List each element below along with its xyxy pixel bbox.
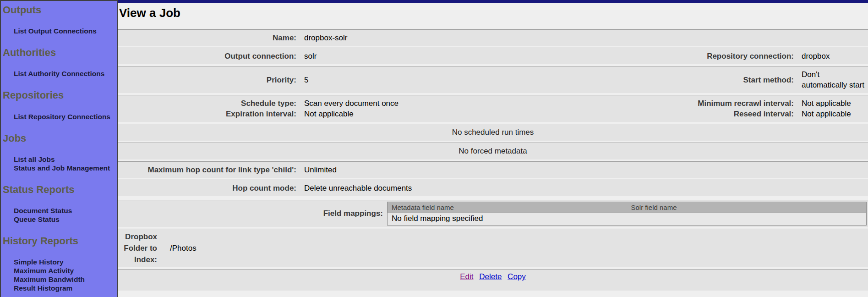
hop-count-value: Unlimited: [296, 165, 525, 175]
name-value: dropbox-solr: [296, 33, 525, 43]
min-recrawl-label: Minimum recrawl interval:: [525, 98, 794, 109]
dropbox-folder-label: Dropbox Folder to Index:: [118, 231, 157, 265]
nav-section-status-reports: Status Reports Document Status Queue Sta…: [1, 184, 117, 224]
priority-label: Priority:: [118, 75, 296, 85]
name-label: Name:: [118, 33, 296, 43]
min-recrawl-value: Not applicable: [802, 98, 866, 109]
row-name: Name: dropbox-solr: [118, 29, 868, 46]
sidebar-item-document-status[interactable]: Document Status: [14, 206, 117, 215]
nav-header-outputs: Outputs: [3, 5, 117, 16]
field-mappings-table: Metadata field name Solr field name No f…: [387, 202, 867, 226]
no-schedule-message: No scheduled run times: [118, 127, 868, 138]
sidebar-item-list-output-connections[interactable]: List Output Connections: [14, 27, 117, 35]
schedule-type-value: Scan every document once: [304, 98, 525, 109]
output-connection-label: Output connection:: [118, 51, 296, 61]
row-no-forced-metadata: No forced metadata: [118, 143, 868, 160]
sidebar-item-list-repository-connections[interactable]: List Repository Connections: [14, 112, 117, 121]
copy-link[interactable]: Copy: [508, 272, 526, 281]
row-schedule: Schedule type: Expiration interval: Scan…: [118, 95, 868, 122]
nav-header-history-reports: History Reports: [3, 236, 117, 247]
page-title: View a Job: [119, 6, 868, 20]
no-forced-metadata-message: No forced metadata: [118, 146, 868, 157]
sidebar-item-result-histogram[interactable]: Result Histogram: [14, 284, 117, 292]
schedule-labels: Schedule type: Expiration interval:: [118, 98, 296, 119]
reseed-interval-label: Reseed interval:: [525, 109, 794, 119]
sidebar-item-status-and-job-management[interactable]: Status and Job Management: [14, 164, 117, 172]
solr-field-name-header: Solr field name: [627, 202, 867, 213]
main-content: View a Job Name: dropbox-solr Output con…: [118, 3, 868, 297]
sidebar-item-maximum-activity[interactable]: Maximum Activity: [14, 266, 117, 275]
row-hop-mode: Hop count mode: Delete unreachable docum…: [118, 180, 868, 196]
repository-connection-label: Repository connection:: [525, 51, 794, 61]
top-accent-bar: [118, 0, 868, 3]
job-view-table: Name: dropbox-solr Output connection: so…: [118, 29, 868, 291]
edit-link[interactable]: Edit: [460, 272, 473, 281]
row-connections: Output connection: solr Repository conne…: [118, 48, 868, 64]
start-method-value: Don't automatically start: [794, 69, 868, 90]
sidebar-item-maximum-bandwidth[interactable]: Maximum Bandwidth: [14, 275, 117, 284]
hop-mode-value: Delete unreachable documents: [296, 183, 525, 193]
hop-mode-label: Hop count mode:: [118, 183, 296, 193]
expiration-interval-label: Expiration interval:: [118, 109, 296, 119]
sidebar-item-simple-history[interactable]: Simple History: [14, 258, 117, 266]
repository-connection-value: dropbox: [794, 51, 868, 61]
field-mappings-header: Metadata field name Solr field name: [388, 202, 866, 213]
dropbox-folder-value: /Photos: [157, 244, 197, 253]
nav-header-status-reports: Status Reports: [3, 184, 117, 195]
row-priority: Priority: 5 Start method: Don't automati…: [118, 66, 868, 93]
reseed-interval-value: Not applicable: [802, 109, 866, 119]
row-dropbox-folder: Dropbox Folder to Index: /Photos: [118, 229, 868, 267]
row-actions: Edit Delete Copy: [118, 269, 868, 291]
expiration-interval-value: Not applicable: [304, 109, 525, 119]
no-field-mapping-message: No field mapping specified: [388, 213, 866, 225]
nav-section-jobs: Jobs List all Jobs Status and Job Manage…: [1, 133, 117, 172]
hop-count-label: Maximum hop count for link type 'child':: [118, 165, 296, 175]
recrawl-values: Not applicable Not applicable: [794, 98, 868, 119]
nav-section-repositories: Repositories List Repository Connections: [1, 90, 117, 121]
nav-header-repositories: Repositories: [3, 90, 117, 101]
row-no-schedule: No scheduled run times: [118, 124, 868, 141]
nav-header-authorities: Authorities: [3, 47, 117, 58]
sidebar-item-queue-status[interactable]: Queue Status: [14, 215, 117, 224]
field-mappings-label: Field mappings:: [118, 209, 387, 218]
priority-value: 5: [296, 75, 525, 85]
schedule-type-label: Schedule type:: [118, 98, 296, 109]
sidebar-item-list-all-jobs[interactable]: List all Jobs: [14, 155, 117, 164]
nav-section-outputs: Outputs List Output Connections: [1, 5, 117, 35]
sidebar-item-list-authority-connections[interactable]: List Authority Connections: [14, 69, 117, 78]
navigation-sidebar: Outputs List Output Connections Authorit…: [0, 0, 118, 297]
nav-section-authorities: Authorities List Authority Connections: [1, 47, 117, 78]
nav-section-history-reports: History Reports Simple History Maximum A…: [1, 236, 117, 292]
recrawl-labels: Minimum recrawl interval: Reseed interva…: [525, 98, 794, 119]
output-connection-value: solr: [296, 51, 525, 61]
metadata-field-name-header: Metadata field name: [388, 202, 627, 213]
start-method-label: Start method:: [525, 75, 794, 85]
row-hop-count: Maximum hop count for link type 'child':…: [118, 161, 868, 178]
schedule-values: Scan every document once Not applicable: [296, 98, 525, 119]
row-field-mappings: Field mappings: Metadata field name Solr…: [118, 200, 868, 227]
nav-header-jobs: Jobs: [3, 133, 117, 144]
delete-link[interactable]: Delete: [479, 272, 502, 281]
